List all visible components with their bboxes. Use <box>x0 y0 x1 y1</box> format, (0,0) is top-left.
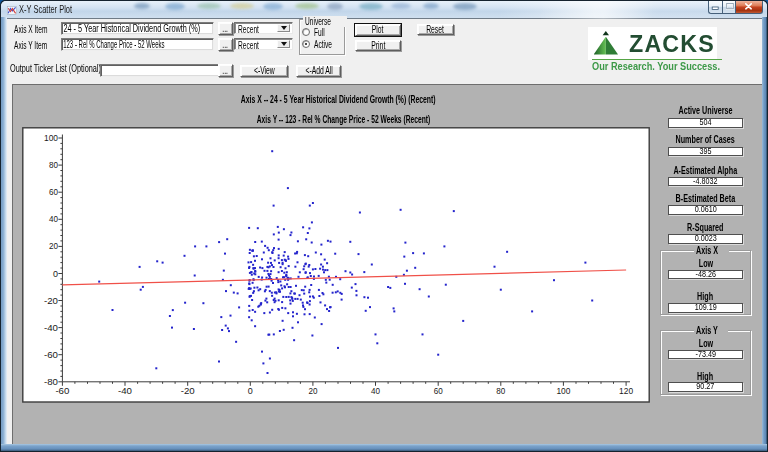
svg-text:-80: -80 <box>44 377 58 387</box>
svg-text:20: 20 <box>308 386 317 396</box>
svg-text:60: 60 <box>49 187 58 197</box>
svg-text:-40: -40 <box>118 386 132 396</box>
svg-text:40: 40 <box>49 214 58 224</box>
svg-text:-60: -60 <box>44 350 58 360</box>
svg-text:80: 80 <box>49 160 58 170</box>
svg-text:20: 20 <box>49 241 58 251</box>
svg-text:-20: -20 <box>44 296 58 306</box>
svg-text:80: 80 <box>496 386 505 396</box>
svg-text:40: 40 <box>371 386 380 396</box>
svg-text:100: 100 <box>556 386 570 396</box>
svg-text:-20: -20 <box>181 386 195 396</box>
svg-text:-60: -60 <box>55 386 69 396</box>
svg-text:0: 0 <box>53 269 58 279</box>
svg-text:120: 120 <box>619 386 633 396</box>
svg-text:0: 0 <box>248 386 253 396</box>
svg-text:-40: -40 <box>44 323 58 333</box>
svg-text:100: 100 <box>44 133 58 143</box>
svg-text:60: 60 <box>434 386 443 396</box>
